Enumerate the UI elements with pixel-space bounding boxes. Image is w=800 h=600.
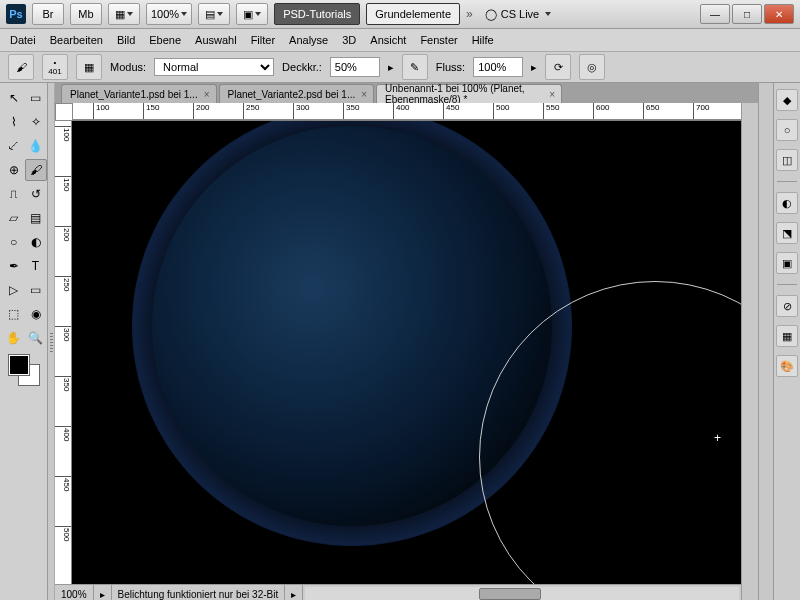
brush-preview[interactable]: •401 <box>42 54 68 80</box>
menu-ansicht[interactable]: Ansicht <box>370 34 406 46</box>
flow-label: Fluss: <box>436 61 465 73</box>
maximize-button[interactable]: □ <box>732 4 762 24</box>
hand-tool[interactable]: ✋ <box>3 327 25 349</box>
menu-auswahl[interactable]: Auswahl <box>195 34 237 46</box>
type-tool[interactable]: T <box>25 255 47 277</box>
crop-tool[interactable]: ⸔ <box>3 135 25 157</box>
mode-select[interactable]: Normal <box>154 58 274 76</box>
close-icon[interactable]: × <box>361 89 367 100</box>
ruler-origin[interactable] <box>55 103 73 121</box>
ruler-vertical[interactable]: 100150200250300350400450500 <box>55 121 72 584</box>
lasso-tool[interactable]: ⌇ <box>3 111 25 133</box>
panel-grip-right[interactable] <box>758 83 773 600</box>
pen-tool[interactable]: ✒ <box>3 255 25 277</box>
panel-grip-left[interactable] <box>48 83 55 600</box>
status-menu-arrow[interactable]: ▸ <box>285 585 303 600</box>
scrollbar-thumb[interactable] <box>479 588 541 600</box>
brush-panel-toggle[interactable]: ▦ <box>76 54 102 80</box>
status-nav-arrow[interactable]: ▸ <box>94 585 112 600</box>
adjustments-panel-icon[interactable]: ◐ <box>776 192 798 214</box>
ruler-horizontal[interactable]: 100150200250300350400450500550600650700 <box>73 103 741 120</box>
flow-arrow[interactable]: ▸ <box>531 61 537 74</box>
minibridge-button[interactable]: Mb <box>70 3 102 25</box>
stamp-tool[interactable]: ⎍ <box>3 183 25 205</box>
menu-bearbeiten[interactable]: Bearbeiten <box>50 34 103 46</box>
workspace-more-icon[interactable]: » <box>466 7 473 21</box>
mode-label: Modus: <box>110 61 146 73</box>
opacity-pressure-icon[interactable]: ✎ <box>402 54 428 80</box>
menu-ebene[interactable]: Ebene <box>149 34 181 46</box>
menu-datei[interactable]: Datei <box>10 34 36 46</box>
zoom-tool[interactable]: 🔍 <box>25 327 47 349</box>
color-panel-icon[interactable]: ⊘ <box>776 295 798 317</box>
document-tabs: Planet_Variante1.psd bei 1...× Planet_Va… <box>55 83 758 103</box>
cslive-label[interactable]: CS Live <box>501 8 540 20</box>
menu-hilfe[interactable]: Hilfe <box>472 34 494 46</box>
layers-panel-icon[interactable]: ◆ <box>776 89 798 111</box>
doc-tab-3[interactable]: Unbenannt-1 bei 100% (Planet, Ebenenmask… <box>376 84 562 103</box>
status-zoom[interactable]: 100% <box>55 585 94 600</box>
workspace-grundelemente[interactable]: Grundelemente <box>366 3 460 25</box>
channels-panel-icon[interactable]: ○ <box>776 119 798 141</box>
bridge-button[interactable]: Br <box>32 3 64 25</box>
workspace: ↖ ▭ ⌇ ✧ ⸔ 💧 ⊕ 🖌 ⎍ ↺ ▱ ▤ ○ ◐ ✒ T ▷ ▭ ⬚ ◉ … <box>0 83 800 600</box>
styles-panel-icon[interactable]: ⬔ <box>776 222 798 244</box>
menu-bild[interactable]: Bild <box>117 34 135 46</box>
canvas[interactable]: + <box>72 121 741 584</box>
document-area: Planet_Variante1.psd bei 1...× Planet_Va… <box>55 83 758 600</box>
menu-fenster[interactable]: Fenster <box>420 34 457 46</box>
minimize-button[interactable]: — <box>700 4 730 24</box>
opacity-label: Deckkr.: <box>282 61 322 73</box>
options-bar: 🖌 •401 ▦ Modus: Normal Deckkr.: ▸ ✎ Flus… <box>0 52 800 83</box>
doc-tab-1[interactable]: Planet_Variante1.psd bei 1...× <box>61 84 217 103</box>
eraser-tool[interactable]: ▱ <box>3 207 25 229</box>
shape-tool[interactable]: ▭ <box>25 279 47 301</box>
vertical-scrollbar[interactable] <box>741 103 758 600</box>
view-grid-button[interactable]: ▦ <box>108 3 140 25</box>
marquee-tool[interactable]: ▭ <box>25 87 47 109</box>
paths-panel-icon[interactable]: ◫ <box>776 149 798 171</box>
history-brush-tool[interactable]: ↺ <box>25 183 47 205</box>
close-icon[interactable]: × <box>204 89 210 100</box>
opacity-input[interactable] <box>330 57 380 77</box>
masks-panel-icon[interactable]: ▣ <box>776 252 798 274</box>
menu-filter[interactable]: Filter <box>251 34 275 46</box>
move-tool[interactable]: ↖ <box>3 87 25 109</box>
airbrush-icon[interactable]: ⟳ <box>545 54 571 80</box>
path-select-tool[interactable]: ▷ <box>3 279 25 301</box>
screen-mode-button[interactable]: ▣ <box>236 3 268 25</box>
toolbox: ↖ ▭ ⌇ ✧ ⸔ 💧 ⊕ 🖌 ⎍ ↺ ▱ ▤ ○ ◐ ✒ T ▷ ▭ ⬚ ◉ … <box>0 83 48 600</box>
close-icon[interactable]: × <box>549 89 555 100</box>
swatches-panel-icon[interactable]: ▦ <box>776 325 798 347</box>
flow-input[interactable] <box>473 57 523 77</box>
dodge-tool[interactable]: ◐ <box>25 231 47 253</box>
3d-tool[interactable]: ⬚ <box>3 303 25 325</box>
horizontal-scrollbar[interactable] <box>305 587 739 600</box>
foreground-color[interactable] <box>9 355 29 375</box>
healing-tool[interactable]: ⊕ <box>3 159 25 181</box>
3d-camera-tool[interactable]: ◉ <box>25 303 47 325</box>
title-bar: Ps Br Mb ▦ 100% ▤ ▣ PSD-Tutorials Grunde… <box>0 0 800 29</box>
opacity-arrow[interactable]: ▸ <box>388 61 394 74</box>
eyedropper-tool[interactable]: 💧 <box>25 135 47 157</box>
status-bar: 100% ▸ Belichtung funktioniert nur bei 3… <box>55 584 741 600</box>
color-swatch[interactable] <box>9 355 39 385</box>
workspace-tutorials[interactable]: PSD-Tutorials <box>274 3 360 25</box>
menu-bar: Datei Bearbeiten Bild Ebene Auswahl Filt… <box>0 29 800 52</box>
quick-select-tool[interactable]: ✧ <box>25 111 47 133</box>
doc-tab-2[interactable]: Planet_Variante2.psd bei 1...× <box>219 84 375 103</box>
blur-tool[interactable]: ○ <box>3 231 25 253</box>
cslive-icon: ◯ <box>485 8 497 21</box>
status-text: Belichtung funktioniert nur bei 32-Bit <box>112 585 286 600</box>
tool-preset-picker[interactable]: 🖌 <box>8 54 34 80</box>
gradient-tool[interactable]: ▤ <box>25 207 47 229</box>
brush-panel-icon[interactable]: 🎨 <box>776 355 798 377</box>
arrange-button[interactable]: ▤ <box>198 3 230 25</box>
cursor-crosshair: + <box>714 431 721 445</box>
tablet-pressure-icon[interactable]: ◎ <box>579 54 605 80</box>
brush-tool[interactable]: 🖌 <box>25 159 47 181</box>
close-button[interactable]: ✕ <box>764 4 794 24</box>
zoom-level-dropdown[interactable]: 100% <box>146 3 192 25</box>
menu-analyse[interactable]: Analyse <box>289 34 328 46</box>
menu-3d[interactable]: 3D <box>342 34 356 46</box>
